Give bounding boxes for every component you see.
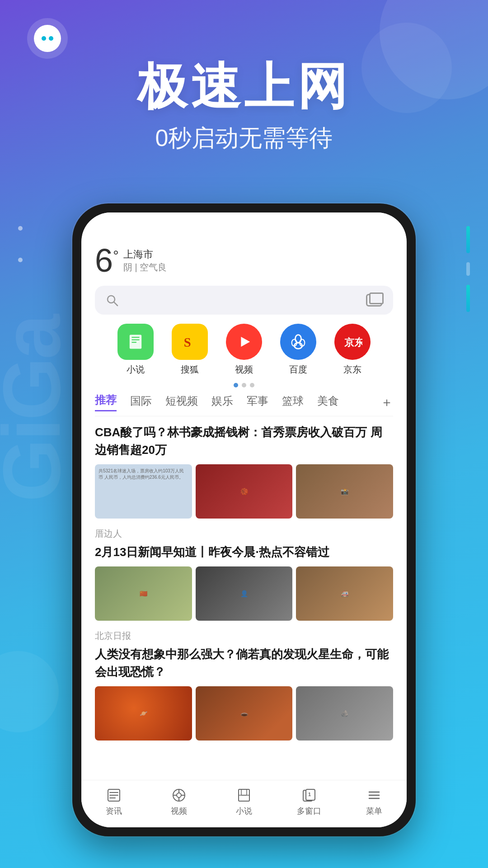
svg-rect-4 bbox=[131, 340, 140, 340]
news-img-2-2: 👤 bbox=[196, 566, 293, 621]
logo-eye-left bbox=[42, 36, 46, 41]
nav-item-menu[interactable]: 菜单 bbox=[342, 788, 407, 816]
windows-nav-icon: 1 bbox=[301, 788, 317, 803]
quick-links: 小说 S 搜狐 bbox=[95, 324, 393, 376]
weather-info: 上海市 阴 | 空气良 bbox=[123, 248, 167, 274]
quick-link-novel[interactable]: 小说 bbox=[117, 324, 154, 376]
news-source-3: 北京日报 bbox=[95, 630, 393, 642]
svg-marker-7 bbox=[241, 337, 250, 347]
tab-entertainment[interactable]: 娱乐 bbox=[211, 394, 233, 411]
tab-military[interactable]: 军事 bbox=[247, 394, 268, 411]
hero-title: 极速上网 bbox=[0, 59, 488, 113]
news-images-3: 🪐 🕳️ 🪨 bbox=[95, 686, 393, 741]
news-nav-icon bbox=[106, 788, 122, 803]
baidu-icon bbox=[280, 324, 316, 360]
tab-food[interactable]: 美食 bbox=[317, 394, 339, 411]
weather-header: 6° 上海市 阴 | 空气良 bbox=[95, 235, 393, 281]
book-nav-icon bbox=[236, 788, 252, 803]
side-bars-right bbox=[466, 226, 470, 312]
nav-label-book: 小说 bbox=[236, 806, 252, 816]
watermark: GiGa bbox=[0, 316, 72, 502]
nav-label-menu: 菜单 bbox=[366, 806, 382, 816]
weather-temperature: 6° bbox=[95, 244, 119, 277]
nav-item-book[interactable]: 小说 bbox=[211, 788, 277, 816]
nav-label-video: 视频 bbox=[171, 806, 187, 816]
nav-item-video[interactable]: 视频 bbox=[146, 788, 211, 816]
phone-status-bar bbox=[81, 212, 407, 235]
phone-frame: 6° 上海市 阴 | 空气良 bbox=[72, 203, 416, 836]
sougou-label: 搜狐 bbox=[181, 363, 199, 376]
weather-city: 上海市 bbox=[123, 248, 167, 261]
hero-section: 极速上网 0秒启动无需等待 bbox=[0, 59, 488, 154]
video-icon bbox=[226, 324, 262, 360]
tab-switcher-icon[interactable] bbox=[366, 294, 382, 307]
jd-icon: 京东 bbox=[334, 324, 371, 360]
svg-point-18 bbox=[177, 793, 181, 797]
menu-nav-icon bbox=[366, 788, 382, 803]
novel-icon bbox=[117, 324, 154, 360]
tab-international[interactable]: 国际 bbox=[130, 394, 152, 411]
news-img-1-1: 共5321名球迷入场，票房收入约103万人民币 人民币，人均总消费约236.6元… bbox=[95, 464, 192, 519]
nav-item-news[interactable]: 资讯 bbox=[81, 788, 146, 816]
dot-3 bbox=[250, 383, 254, 387]
phone-screen: 6° 上海市 阴 | 空气良 bbox=[81, 212, 407, 827]
news-img-1-2: 🏀 bbox=[196, 464, 293, 519]
tab-basketball[interactable]: 篮球 bbox=[282, 394, 304, 411]
side-dots-left bbox=[18, 226, 23, 262]
tab-recommend[interactable]: 推荐 bbox=[95, 393, 117, 411]
pagination-dots bbox=[95, 383, 393, 387]
news-images-2: 🇨🇳 👤 🚑 bbox=[95, 566, 393, 621]
phone-mockup: 6° 上海市 阴 | 空气良 bbox=[72, 203, 416, 836]
news-title-1: CBA酸了吗？林书豪成摇钱树：首秀票房收入破百万 周边销售超20万 bbox=[95, 424, 393, 459]
news-tabs: 推荐 国际 短视频 娱乐 军事 篮球 美食 ＋ bbox=[95, 393, 393, 416]
logo-icon bbox=[34, 25, 61, 52]
dot-1 bbox=[234, 383, 238, 387]
sougou-icon: S bbox=[172, 324, 208, 360]
app-logo[interactable] bbox=[27, 18, 68, 59]
nav-label-windows: 多窗口 bbox=[297, 806, 321, 816]
quick-link-video[interactable]: 视频 bbox=[226, 324, 262, 376]
logo-eye-right bbox=[49, 36, 53, 41]
bg-circle-3 bbox=[0, 651, 59, 732]
news-img-2-3: 🚑 bbox=[296, 566, 393, 621]
dot-2 bbox=[242, 383, 246, 387]
news-item-1[interactable]: CBA酸了吗？林书豪成摇钱树：首秀票房收入破百万 周边销售超20万 共5321名… bbox=[95, 424, 393, 519]
news-item-3[interactable]: 北京日报 人类没有想象中那么强大？倘若真的发现火星生命，可能会出现恐慌？ 🪐 🕳… bbox=[95, 630, 393, 741]
nav-item-windows[interactable]: 1 多窗口 bbox=[277, 788, 342, 816]
news-item-2[interactable]: 厝边人 2月13日新闻早知道丨昨夜今晨·热点不容错过 🇨🇳 👤 🚑 bbox=[95, 528, 393, 621]
svg-rect-3 bbox=[131, 337, 140, 338]
quick-link-jd[interactable]: 京东 京东 bbox=[334, 324, 371, 376]
news-img-2-1: 🇨🇳 bbox=[95, 566, 192, 621]
news-img-1-3: 📸 bbox=[296, 464, 393, 519]
search-icon bbox=[106, 294, 118, 307]
quick-link-baidu[interactable]: 百度 bbox=[280, 324, 316, 376]
phone-content: 6° 上海市 阴 | 空气良 bbox=[81, 235, 407, 780]
tab-add[interactable]: ＋ bbox=[380, 394, 393, 411]
news-images-1: 共5321名球迷入场，票房收入约103万人民币 人民币，人均总消费约236.6元… bbox=[95, 464, 393, 519]
news-source-2: 厝边人 bbox=[95, 528, 393, 540]
phone-bottom-nav: 资讯 视频 bbox=[81, 780, 407, 827]
svg-text:京东: 京东 bbox=[344, 337, 362, 348]
tab-short-video[interactable]: 短视频 bbox=[165, 394, 198, 411]
news-img-3-1: 🪐 bbox=[95, 686, 192, 741]
svg-text:S: S bbox=[184, 335, 191, 349]
quick-link-sougou[interactable]: S 搜狐 bbox=[172, 324, 208, 376]
novel-label: 小说 bbox=[127, 363, 145, 376]
search-bar[interactable] bbox=[95, 286, 393, 315]
baidu-label: 百度 bbox=[289, 363, 307, 376]
svg-text:1: 1 bbox=[308, 792, 311, 797]
svg-line-1 bbox=[114, 302, 117, 306]
weather-condition: 阴 | 空气良 bbox=[123, 261, 167, 274]
news-img-3-3: 🪨 bbox=[296, 686, 393, 741]
news-img-3-2: 🕳️ bbox=[196, 686, 293, 741]
hero-subtitle: 0秒启动无需等待 bbox=[0, 123, 488, 154]
video-nav-icon bbox=[171, 788, 187, 803]
news-title-2: 2月13日新闻早知道丨昨夜今晨·热点不容错过 bbox=[95, 543, 393, 561]
nav-label-news: 资讯 bbox=[106, 806, 122, 816]
jd-label: 京东 bbox=[343, 363, 361, 376]
news-title-3: 人类没有想象中那么强大？倘若真的发现火星生命，可能会出现恐慌？ bbox=[95, 646, 393, 681]
video-label: 视频 bbox=[235, 363, 253, 376]
svg-rect-25 bbox=[241, 789, 247, 795]
svg-rect-5 bbox=[131, 342, 136, 343]
